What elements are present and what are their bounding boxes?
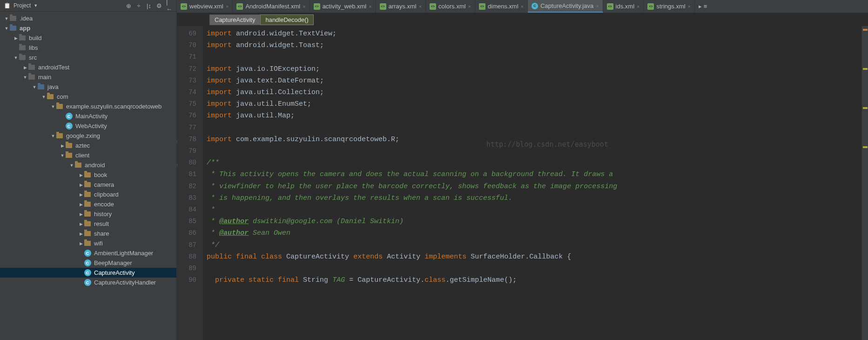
tree-item-captureactivityhandler[interactable]: CCaptureActivityHandler (0, 278, 176, 287)
tree-arrow[interactable] (4, 16, 9, 21)
tree-item-encode[interactable]: encode (0, 199, 176, 209)
code-line[interactable]: */ (207, 239, 861, 251)
error-stripe[interactable] (861, 26, 868, 340)
code-line[interactable]: import java.io.IOException; (207, 63, 861, 75)
close-icon[interactable]: × (419, 4, 422, 9)
tab-strings-xml[interactable]: <>strings.xml× (644, 0, 695, 13)
tree-item-beepmanager[interactable]: CBeepManager (0, 258, 176, 268)
breadcrumb-item[interactable]: handleDecode() (260, 14, 314, 25)
tab-dimens-xml[interactable]: <>dimens.xml× (475, 0, 528, 13)
tree-item-ambientlightmanager[interactable]: CAmbientLightManager (0, 248, 176, 258)
tree-item-result[interactable]: result (0, 219, 176, 229)
stripe-mark[interactable] (863, 29, 868, 31)
tree-item-book[interactable]: book (0, 170, 176, 180)
tree-arrow[interactable] (22, 75, 28, 80)
tab-ids-xml[interactable]: <>ids.xml× (603, 0, 644, 13)
tree-item-clipboard[interactable]: clipboard (0, 190, 176, 199)
close-icon[interactable]: × (303, 4, 305, 9)
tree-item-captureactivity[interactable]: CCaptureActivity (0, 268, 176, 278)
tree-item-src[interactable]: src (0, 53, 176, 62)
split-icon[interactable]: |↕ (146, 2, 152, 9)
stripe-mark[interactable] (863, 146, 868, 148)
close-icon[interactable]: × (596, 3, 599, 9)
close-icon[interactable]: × (688, 4, 691, 9)
target-icon[interactable]: ⊕ (125, 2, 132, 9)
tree-item-history[interactable]: history (0, 209, 176, 219)
code-line[interactable]: import java.text.DateFormat; (207, 75, 861, 87)
tree-item-webactivity[interactable]: CWebActivity (0, 121, 176, 131)
code-line[interactable]: * @author dswitkin@google.com (Daniel Sw… (207, 216, 861, 227)
tree-arrow[interactable] (78, 192, 84, 197)
code-line[interactable]: * (207, 204, 861, 216)
stripe-mark[interactable] (863, 107, 868, 109)
divide-icon[interactable]: ÷ (135, 2, 142, 9)
tree-arrow[interactable] (50, 104, 56, 109)
tab-colors-xml[interactable]: <>colors.xml× (426, 0, 475, 13)
tree-arrow[interactable] (69, 163, 74, 168)
tree-item--idea[interactable]: .idea (0, 14, 176, 23)
tree-arrow[interactable] (13, 55, 19, 60)
code-line[interactable]: * This activity opens the camera and doe… (207, 169, 861, 180)
tree-arrow[interactable] (78, 202, 84, 207)
tree-item-android[interactable]: android (0, 160, 176, 170)
code-line[interactable]: * is happening, and then overlays the re… (207, 192, 861, 204)
tree-item-com[interactable]: com (0, 92, 176, 102)
code-line[interactable]: import java.util.Collection; (207, 87, 861, 98)
tree-arrow[interactable] (41, 95, 47, 99)
code-line[interactable]: /** (207, 157, 861, 169)
tab-CaptureActivity-java[interactable]: CCaptureActivity.java× (528, 0, 603, 13)
tree-arrow[interactable] (32, 85, 37, 89)
tab-AndroidManifest-xml[interactable]: <>AndroidManifest.xml× (233, 0, 310, 13)
code-line[interactable]: public final class CaptureActivity exten… (207, 251, 861, 263)
tree-item-main[interactable]: main (0, 72, 176, 82)
code-line[interactable]: import android.widget.Toast; (207, 40, 861, 51)
project-tree[interactable]: .ideaappbuildlibssrcandroidTestmainjavac… (0, 12, 176, 340)
tree-item-aztec[interactable]: aztec (0, 141, 176, 150)
code-line[interactable] (207, 263, 861, 274)
close-icon[interactable]: × (637, 4, 639, 9)
tab-arrays-xml[interactable]: <>arrays.xml× (376, 0, 426, 13)
tree-item-java[interactable]: java (0, 82, 176, 92)
tree-item-androidtest[interactable]: androidTest (0, 62, 176, 72)
tree-item-libs[interactable]: libs (0, 43, 176, 53)
dropdown-icon[interactable]: ▼ (34, 3, 38, 8)
tabs-overflow[interactable]: ▸ ≡ (695, 0, 711, 13)
code-line[interactable] (207, 145, 861, 157)
tree-arrow[interactable] (78, 222, 84, 226)
code-line[interactable]: * @author Sean Owen (207, 227, 861, 239)
code-line[interactable]: import com.example.suzyulin.scanqrcodeto… (207, 134, 861, 145)
code-line[interactable]: import android.widget.TextView; (207, 28, 861, 40)
close-icon[interactable]: × (226, 4, 229, 9)
tree-arrow[interactable] (60, 153, 65, 158)
tree-arrow[interactable] (22, 65, 28, 70)
close-icon[interactable]: × (369, 4, 371, 9)
tree-arrow[interactable] (4, 26, 9, 31)
code-line[interactable]: import java.util.EnumSet; (207, 98, 861, 110)
tree-arrow[interactable] (78, 183, 84, 187)
tree-arrow[interactable] (60, 143, 65, 148)
tree-arrow[interactable] (78, 173, 84, 177)
tree-item-app[interactable]: app (0, 23, 176, 33)
code-area[interactable]: import android.widget.TextView;import an… (203, 26, 861, 340)
tree-item-google-zxing[interactable]: google.zxing (0, 131, 176, 141)
tab-activity_web-xml[interactable]: <>activity_web.xml× (310, 0, 376, 13)
tree-item-build[interactable]: build (0, 33, 176, 43)
tree-arrow[interactable] (50, 134, 56, 138)
tree-item-share[interactable]: share (0, 229, 176, 238)
code-line[interactable]: private static final String TAG = Captur… (207, 274, 861, 286)
tab-webview-xml[interactable]: <>webview.xml× (177, 0, 233, 13)
tree-arrow[interactable] (78, 231, 84, 236)
tree-item-mainactivity[interactable]: CMainActivity (0, 111, 176, 121)
tree-arrow[interactable] (78, 212, 84, 217)
gear-icon[interactable]: ⚙ (156, 2, 162, 9)
tree-item-camera[interactable]: camera (0, 180, 176, 190)
tree-item-example-suzyulin-scanqrcodetoweb[interactable]: example.suzyulin.scanqrcodetoweb (0, 102, 176, 111)
tree-arrow[interactable] (78, 241, 84, 246)
code-line[interactable] (207, 122, 861, 134)
close-icon[interactable]: × (468, 4, 471, 9)
tree-item-wifi[interactable]: wifi (0, 238, 176, 248)
code-line[interactable]: * viewfinder to help the user place the … (207, 181, 861, 192)
close-icon[interactable]: × (521, 4, 524, 9)
collapse-icon[interactable]: |← (166, 2, 173, 9)
breadcrumb-item[interactable]: CaptureActivity (209, 14, 260, 25)
